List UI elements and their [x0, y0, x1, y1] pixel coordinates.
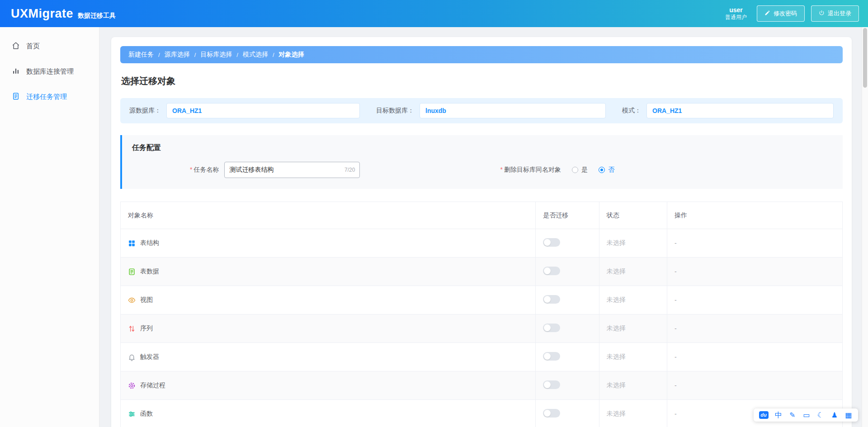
- sidebar-item-db-connections[interactable]: 数据库连接管理: [0, 59, 99, 84]
- migrate-toggle[interactable]: [543, 238, 560, 247]
- change-password-label: 修改密码: [774, 9, 797, 18]
- required-asterisk: *: [190, 166, 192, 173]
- page-title: 选择迁移对象: [121, 75, 843, 87]
- status-text: 未选择: [607, 267, 626, 275]
- table-row: 序列 未选择 -: [121, 314, 843, 343]
- object-name: 表数据: [140, 267, 159, 276]
- sequence-sort-icon: [128, 325, 136, 333]
- apps-grid-icon[interactable]: ▦: [844, 412, 853, 419]
- table-header-row: 对象名称 是否迁移 状态 操作: [121, 202, 843, 229]
- action-text: -: [675, 268, 677, 275]
- steps-bar: 新建任务 / 源库选择 / 目标库选择 / 模式选择 / 对象选择: [120, 46, 843, 63]
- change-password-button[interactable]: 修改密码: [757, 5, 805, 22]
- task-list-icon: [12, 92, 20, 102]
- table-row: 表结构 未选择 -: [121, 229, 843, 258]
- task-config-section: 任务配置 *任务名称 7/20 *删除目标库同名对象 是: [120, 135, 843, 189]
- action-text: -: [675, 239, 677, 247]
- schema-group: 模式：: [622, 103, 834, 118]
- action-text: -: [675, 296, 677, 304]
- task-name-field: 7/20: [224, 162, 360, 178]
- action-text: -: [675, 353, 677, 361]
- object-name: 视图: [140, 296, 153, 304]
- migrate-toggle[interactable]: [543, 295, 560, 304]
- step-separator: /: [273, 52, 274, 58]
- home-icon: [12, 42, 20, 51]
- night-mode-icon[interactable]: ☾: [816, 412, 825, 419]
- step-separator: /: [194, 52, 196, 58]
- radio-no[interactable]: 否: [599, 166, 614, 174]
- schema-label: 模式：: [622, 107, 641, 115]
- sidebar-item-home[interactable]: 首页: [0, 33, 99, 59]
- table-data-icon: [128, 268, 136, 276]
- schema-input[interactable]: [646, 103, 834, 118]
- procedure-gear-icon: [128, 382, 136, 389]
- target-db-group: 目标数据库：: [376, 103, 606, 118]
- top-header: UXMigrate 数据迁移工具 user 普通用户 修改密码 退出登录: [0, 0, 868, 27]
- step-separator: /: [158, 52, 160, 58]
- table-row: 表数据 未选择 -: [121, 258, 843, 286]
- page-card: 新建任务 / 源库选择 / 目标库选择 / 模式选择 / 对象选择 选择迁移对象…: [111, 37, 852, 427]
- migrate-toggle[interactable]: [543, 380, 560, 389]
- object-name: 表结构: [140, 239, 159, 247]
- table-row: 存储过程 未选择 -: [121, 371, 843, 400]
- radio-circle-icon: [572, 167, 578, 173]
- status-text: 未选择: [607, 410, 626, 417]
- person-icon[interactable]: ♟: [830, 412, 839, 419]
- step-target-db[interactable]: 目标库选择: [200, 51, 232, 59]
- status-text: 未选择: [607, 324, 626, 332]
- col-migrate: 是否迁移: [536, 202, 599, 229]
- status-text: 未选择: [607, 381, 626, 389]
- user-info: user 普通用户: [725, 6, 747, 21]
- pen-icon[interactable]: ✎: [788, 412, 797, 419]
- object-name: 函数: [140, 410, 153, 418]
- radio-yes-label: 是: [581, 166, 588, 174]
- app-subtitle: 数据迁移工具: [78, 12, 116, 20]
- task-name-label: *任务名称: [190, 166, 219, 174]
- brand: UXMigrate 数据迁移工具: [11, 7, 116, 21]
- step-source-db[interactable]: 源库选择: [165, 51, 190, 59]
- object-name: 存储过程: [140, 381, 165, 389]
- task-config-title: 任务配置: [132, 143, 833, 153]
- screen-icon[interactable]: ▭: [802, 412, 811, 419]
- pencil-icon: [764, 10, 770, 17]
- source-db-group: 源数据库：: [129, 103, 360, 118]
- sidebar-item-migration-tasks[interactable]: 迁移任务管理: [0, 84, 99, 109]
- step-new-task[interactable]: 新建任务: [128, 51, 154, 59]
- step-object-select[interactable]: 对象选择: [279, 51, 304, 59]
- table-row: 函数 未选择 -: [121, 400, 843, 427]
- baidu-input-icon[interactable]: du: [759, 411, 769, 419]
- migrate-toggle[interactable]: [543, 324, 560, 332]
- sidebar-item-label: 数据库连接管理: [26, 67, 74, 76]
- source-db-input[interactable]: [166, 103, 360, 118]
- view-eye-icon: [128, 296, 136, 304]
- user-role: 普通用户: [725, 14, 747, 21]
- delete-same-name-group: *删除目标库同名对象 是 否: [500, 166, 614, 174]
- chinese-lang-icon[interactable]: 中: [774, 412, 783, 419]
- action-text: -: [675, 325, 677, 332]
- col-action: 操作: [667, 202, 842, 229]
- step-separator: /: [236, 52, 238, 58]
- object-name: 触发器: [140, 353, 159, 361]
- table-row: 视图 未选择 -: [121, 286, 843, 314]
- function-sliders-icon: [128, 410, 136, 418]
- migrate-toggle[interactable]: [543, 409, 560, 418]
- object-name: 序列: [140, 324, 153, 333]
- trigger-bell-icon: [128, 353, 136, 361]
- migrate-toggle[interactable]: [543, 352, 560, 361]
- step-mode[interactable]: 模式选择: [243, 51, 268, 59]
- status-text: 未选择: [607, 353, 626, 360]
- scrollbar-thumb[interactable]: [863, 28, 867, 88]
- logout-button[interactable]: 退出登录: [811, 5, 859, 22]
- source-db-label: 源数据库：: [129, 107, 161, 115]
- col-status: 状态: [599, 202, 667, 229]
- table-structure-icon: [128, 239, 136, 247]
- radio-yes[interactable]: 是: [572, 166, 588, 174]
- table-row: 触发器 未选择 -: [121, 343, 843, 371]
- target-db-label: 目标数据库：: [376, 107, 414, 115]
- status-text: 未选择: [607, 296, 626, 303]
- target-db-input[interactable]: [420, 103, 606, 118]
- migrate-toggle[interactable]: [543, 267, 560, 275]
- task-name-input[interactable]: [229, 166, 342, 174]
- power-icon: [819, 10, 825, 17]
- objects-table: 对象名称 是否迁移 状态 操作 表结构 未选择 -: [120, 202, 843, 427]
